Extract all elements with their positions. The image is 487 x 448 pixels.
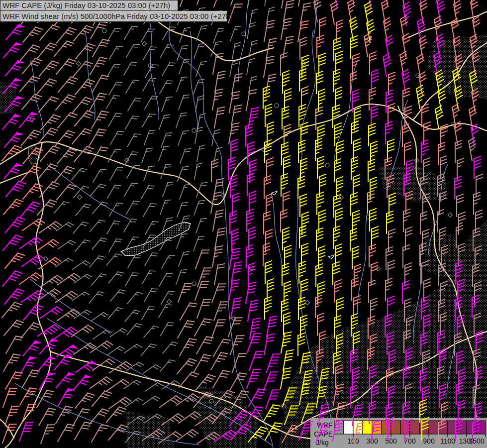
legend-tick-label: 1100 bbox=[440, 437, 455, 445]
cape-legend: WRF CAPE J/kg 10030050070090011001300150… bbox=[310, 418, 487, 448]
legend-tick-label: 900 bbox=[423, 437, 435, 445]
wrf-map-svg: WRF CAPE J/kg 10030050070090011001300150… bbox=[0, 0, 487, 448]
legend-tick-label: 100 bbox=[347, 437, 359, 445]
title-line1: WRF CAPE (J/kg) Friday 03-10-2025 03:00 … bbox=[2, 1, 170, 9]
legend-cell bbox=[344, 421, 353, 434]
legend-label-jkg: J/kg bbox=[316, 439, 329, 447]
legend-tick-label: 500 bbox=[385, 437, 397, 445]
weather-map-stage: WRF CAPE J/kg 10030050070090011001300150… bbox=[0, 0, 487, 448]
legend-cell bbox=[429, 421, 438, 434]
legend-tick-label: 700 bbox=[404, 437, 416, 445]
legend-tick-label: 1500 bbox=[469, 437, 484, 445]
legend-label-cape: CAPE bbox=[314, 430, 333, 438]
title-line2: WRF Wind shear (m/s) 500/1000hPa Friday … bbox=[2, 12, 232, 20]
